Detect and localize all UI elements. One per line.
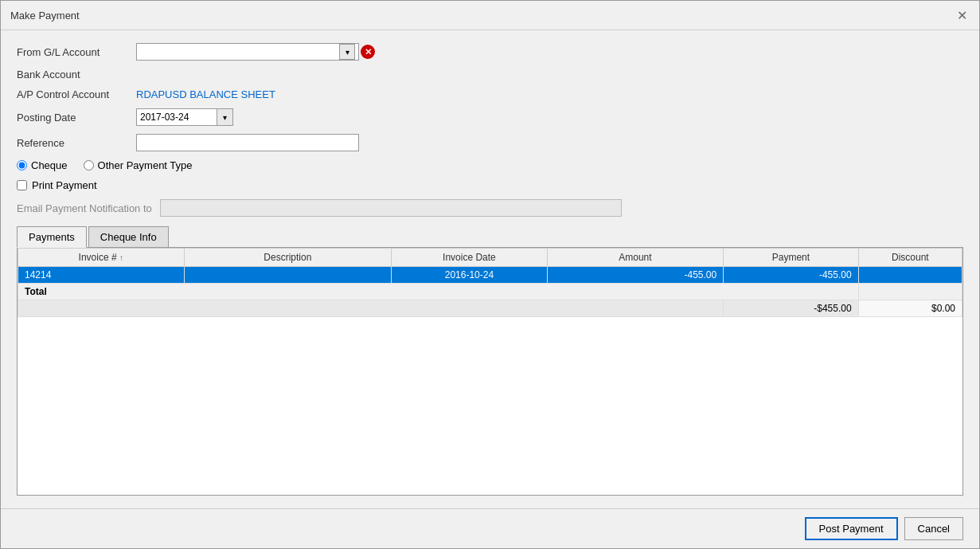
reference-label: Reference xyxy=(17,137,128,149)
from-gl-account-input-group: ▾ ✕ xyxy=(136,43,375,61)
email-notification-row: Email Payment Notification to xyxy=(17,199,963,217)
invoice-sort-icon[interactable]: ↑ xyxy=(119,253,123,262)
tab-payments[interactable]: Payments xyxy=(17,226,87,248)
posting-date-dropdown-arrow[interactable]: ▾ xyxy=(217,109,232,125)
dialog-content: From G/L Account ▾ ✕ Bank Account A/P Co… xyxy=(1,30,979,508)
from-gl-account-row: From G/L Account ▾ ✕ xyxy=(17,43,963,61)
other-payment-label: Other Payment Type xyxy=(98,159,193,171)
tab-content-payments: Invoice # ↑ Description Invoice Date Amo… xyxy=(17,248,963,496)
ap-control-value[interactable]: RDAPUSD BALANCE SHEET xyxy=(136,88,275,100)
from-gl-account-label: From G/L Account xyxy=(17,46,128,58)
other-payment-radio[interactable] xyxy=(84,160,94,171)
col-header-invoice: Invoice # ↑ xyxy=(18,249,185,267)
print-payment-label: Print Payment xyxy=(32,179,97,191)
total-label-row: Total xyxy=(18,284,962,300)
payment-type-group: Cheque Other Payment Type xyxy=(17,159,193,171)
reference-row: Reference xyxy=(17,134,963,151)
cell-description xyxy=(184,267,392,284)
post-payment-button[interactable]: Post Payment xyxy=(805,517,898,540)
col-header-payment: Payment xyxy=(724,249,858,267)
cancel-button[interactable]: Cancel xyxy=(904,517,963,540)
close-button[interactable]: ✕ xyxy=(954,7,970,23)
from-gl-account-clear-button[interactable]: ✕ xyxy=(361,45,375,59)
total-label: Total xyxy=(18,284,859,300)
tab-cheque-info[interactable]: Cheque Info xyxy=(88,226,169,247)
posting-date-label: Posting Date xyxy=(17,112,128,124)
make-payment-dialog: Make Payment ✕ From G/L Account ▾ ✕ Bank… xyxy=(0,0,980,549)
tabs-container: Payments Cheque Info Invoice # ↑ Descrip… xyxy=(17,225,963,496)
print-payment-checkbox[interactable] xyxy=(17,180,27,190)
col-header-invoice-date: Invoice Date xyxy=(392,249,547,267)
total-payment: -$455.00 xyxy=(724,300,858,317)
email-notification-input[interactable] xyxy=(160,199,622,217)
from-gl-account-dropdown-arrow[interactable]: ▾ xyxy=(339,44,355,60)
title-bar: Make Payment ✕ xyxy=(1,1,979,30)
total-amount-row: -$455.00 $0.00 xyxy=(18,300,962,317)
from-gl-account-input[interactable]: ▾ xyxy=(136,43,359,61)
tab-bar: Payments Cheque Info xyxy=(17,225,963,248)
total-empty xyxy=(18,300,724,317)
cheque-radio[interactable] xyxy=(17,160,27,171)
col-header-amount: Amount xyxy=(547,249,724,267)
posting-date-input-group: ▾ xyxy=(136,108,233,126)
total-label-spacer xyxy=(858,284,962,300)
reference-input[interactable] xyxy=(136,134,359,151)
other-payment-radio-item[interactable]: Other Payment Type xyxy=(84,159,193,171)
cheque-radio-item[interactable]: Cheque xyxy=(17,159,68,171)
total-discount: $0.00 xyxy=(858,300,962,317)
email-notification-label: Email Payment Notification to xyxy=(17,202,152,214)
posting-date-input[interactable] xyxy=(137,109,217,125)
cell-invoice: 14214 xyxy=(18,267,185,284)
ap-control-row: A/P Control Account RDAPUSD BALANCE SHEE… xyxy=(17,88,963,100)
table-header-row: Invoice # ↑ Description Invoice Date Amo… xyxy=(18,249,962,267)
payment-type-row: Cheque Other Payment Type xyxy=(17,159,963,171)
table-row[interactable]: 14214 2016-10-24 -455.00 -455.00 xyxy=(18,267,962,284)
payments-table: Invoice # ↑ Description Invoice Date Amo… xyxy=(18,248,962,317)
payments-table-wrapper: Invoice # ↑ Description Invoice Date Amo… xyxy=(18,248,962,495)
cell-discount xyxy=(858,267,962,284)
col-header-discount: Discount xyxy=(858,249,962,267)
cell-payment: -455.00 xyxy=(724,267,858,284)
bank-account-label: Bank Account xyxy=(17,69,128,80)
posting-date-row: Posting Date ▾ xyxy=(17,108,963,126)
cheque-label: Cheque xyxy=(31,159,68,171)
ap-control-label: A/P Control Account xyxy=(17,88,128,100)
cell-invoice-date: 2016-10-24 xyxy=(392,267,547,284)
dialog-footer: Post Payment Cancel xyxy=(1,508,979,548)
print-payment-row: Print Payment xyxy=(17,179,963,191)
cell-amount: -455.00 xyxy=(547,267,724,284)
bank-account-row: Bank Account xyxy=(17,69,963,80)
dialog-title: Make Payment xyxy=(10,10,80,22)
print-payment-checkbox-item[interactable]: Print Payment xyxy=(17,179,97,191)
col-header-description: Description xyxy=(184,249,392,267)
